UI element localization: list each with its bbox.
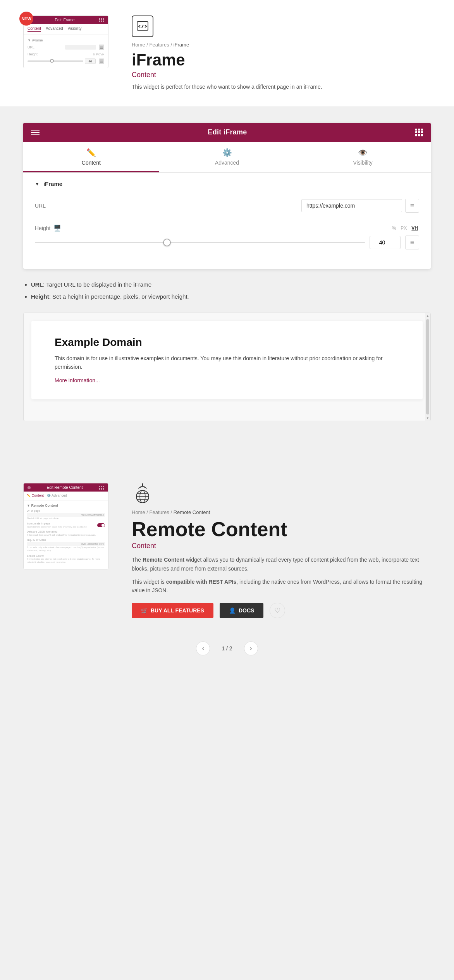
r-cache-label: Enable Cache [27, 554, 105, 557]
widget-preview-thumb: NEW Edit iFrame Content A [23, 15, 108, 68]
heart-button[interactable]: ♡ [270, 603, 285, 618]
remote-thumb-edit-label: Edit Remote Content [47, 485, 83, 490]
r-url-field: Url of page https://www.dynamic.c The fu… [27, 509, 105, 520]
example-domain-link[interactable]: More information... [55, 377, 100, 383]
iframe-content: Example Domain This domain is for use in… [31, 321, 423, 399]
section-title: iFrame [43, 181, 62, 187]
rest-api-bold: compatible with REST APIs [166, 579, 237, 585]
remote-preview-thumb: Edit Remote Content ✏️ Content ⚙️ Advanc… [23, 483, 108, 569]
r-json-note: If the result from an API call probably … [27, 534, 105, 537]
r-incorporate-row: Incorporate in page Insert remote conten… [27, 522, 105, 529]
widget-title: iFrame [132, 51, 431, 69]
iframe-icon-box [132, 15, 153, 37]
remote-thumb-tabs: ✏️ Content ⚙️ Advanced [24, 492, 108, 500]
slider-track[interactable] [35, 242, 365, 243]
scrollbar-thumb[interactable] [426, 319, 429, 414]
thumb-section-label: ▼ iFrame [28, 38, 104, 42]
unit-px[interactable]: PX [399, 225, 408, 232]
tab-content[interactable]: ✏️ Content [23, 142, 159, 172]
r-tag-input: style, .elementor-elem [27, 542, 105, 546]
height-input[interactable] [370, 236, 401, 249]
r-url-label: Url of page [27, 509, 105, 512]
remote-thumb-box: Edit Remote Content ✏️ Content ⚙️ Advanc… [23, 483, 108, 569]
url-db-icon[interactable]: ≡ [405, 199, 419, 213]
unit-vh[interactable]: VH [410, 225, 419, 232]
thumb-edit-label: Edit iFrame [55, 18, 74, 22]
docs-button[interactable]: 👤 DOCS [220, 603, 263, 618]
buy-all-button[interactable]: 🛒 BUY ALL FEATURES [132, 603, 213, 618]
height-row: Height 🖥️ % PX VH [35, 224, 419, 232]
remote-info: Home / Features / Remote Content Remote … [132, 483, 431, 618]
breadcrumb-current: iFrame [174, 42, 189, 48]
tab-visibility[interactable]: 👁️ Visibility [295, 142, 431, 172]
edit-tabs: ✏️ Content ⚙️ Advanced 👁️ Visibility [23, 142, 431, 173]
r-cache-field: Enable Cache If linked sites are slow or… [27, 554, 105, 564]
top-widget-section: NEW Edit iFrame Content A [0, 0, 454, 107]
remote-breadcrumb-features[interactable]: Features [150, 509, 169, 515]
main-content-area: Edit iFrame ✏️ Content ⚙️ Advanced [0, 107, 454, 460]
svg-point-3 [142, 483, 143, 485]
scrollbar-up-arrow[interactable]: ▲ [425, 313, 430, 318]
url-input[interactable] [301, 199, 402, 212]
second-widget-section: Edit Remote Content ✏️ Content ⚙️ Advanc… [0, 460, 454, 634]
bullet-list: URL: Target URL to be displayed in the i… [31, 280, 431, 301]
breadcrumb-home[interactable]: Home [132, 42, 145, 48]
buy-label: BUY ALL FEATURES [151, 607, 204, 614]
remote-content-bold: Remote Content [143, 557, 184, 563]
remote-widget-subtitle: Content [132, 542, 431, 550]
r-incorporate-toggle[interactable] [97, 523, 105, 527]
thumb-tabs: Content Advanced Visibility [24, 24, 108, 34]
section-header: ▼ iFrame [35, 181, 419, 187]
widget-desc: This widget is perfect for those who wan… [132, 83, 431, 91]
iframe-scrollbar[interactable]: ▲ ▼ [425, 313, 430, 421]
chevron-down-icon: ▼ [35, 181, 40, 187]
r-url-input: https://www.dynamic.c [27, 513, 105, 517]
unit-tabs: % PX VH [391, 225, 419, 232]
thumb-units: % PX VH [93, 53, 104, 56]
breadcrumb-features[interactable]: Features [150, 42, 169, 48]
carousel-indicator: 1 / 2 [222, 645, 232, 652]
slider-handle[interactable] [163, 239, 171, 246]
bullet-height: Height: Set a height in percentage, pixe… [31, 292, 431, 301]
height-db-icon[interactable]: ≡ [405, 236, 419, 249]
monitor-icon: 🖥️ [53, 224, 61, 232]
remote-widget-title: Remote Content [132, 518, 431, 540]
iframe-settings-section: ▼ iFrame URL ≡ Height 🖥️ [23, 173, 431, 269]
thumb-tab-content: Content [28, 26, 41, 32]
r-incorporate-note: Insert remote content in page html or si… [27, 526, 87, 529]
pencil-icon: ✏️ [86, 148, 96, 157]
gear-icon: ⚙️ [222, 148, 232, 157]
bullet-height-text: : Set a height in percentage, pixels, or… [49, 293, 189, 300]
thumb-height-label: Height [28, 52, 38, 56]
breadcrumb: Home / Features / iFrame [132, 42, 431, 48]
docs-user-icon: 👤 [229, 607, 236, 614]
remote-thumb-header: Edit Remote Content [24, 483, 108, 492]
unit-percent[interactable]: % [391, 225, 397, 232]
r-url-note: The full URL of page to include [27, 517, 105, 520]
r-tag-label: Tag, ID or Class [27, 538, 105, 541]
remote-thumb-tab-content: ✏️ Content [27, 493, 44, 498]
r-json-label: Data are JSON formatted [27, 530, 105, 533]
r-tag-note: To include only subcontent of remote pag… [27, 546, 105, 552]
carousel-prev-button[interactable]: ‹ [196, 641, 210, 655]
grid-icon[interactable] [415, 129, 423, 136]
example-domain-desc: This domain is for use in illustrative e… [55, 354, 399, 371]
scrollbar-down-arrow[interactable]: ▼ [425, 415, 430, 421]
remote-section-title: ▼ Remote Content [27, 504, 105, 507]
remote-desc-1: The Remote Content widget allows you to … [132, 555, 431, 573]
bullet-url: URL: Target URL to be displayed in the i… [31, 280, 431, 289]
tab-advanced[interactable]: ⚙️ Advanced [159, 142, 295, 172]
carousel-nav: ‹ 1 / 2 › [0, 634, 454, 663]
remote-thumb-tab-advanced: ⚙️ Advanced [47, 493, 67, 498]
cart-icon: 🛒 [141, 607, 148, 614]
remote-breadcrumb-home[interactable]: Home [132, 509, 145, 515]
bullet-height-label: Height [31, 293, 49, 300]
remote-desc-2: This widget is compatible with REST APIs… [132, 578, 431, 595]
carousel-next-button[interactable]: › [244, 641, 258, 655]
url-field-row: URL ≡ [35, 195, 419, 217]
r-incorporate-label: Incorporate in page [27, 522, 87, 525]
edit-panel-header: Edit iFrame [23, 123, 431, 142]
hamburger-icon[interactable] [31, 130, 40, 135]
tab-advanced-label: Advanced [215, 160, 239, 166]
docs-label: DOCS [239, 607, 254, 614]
